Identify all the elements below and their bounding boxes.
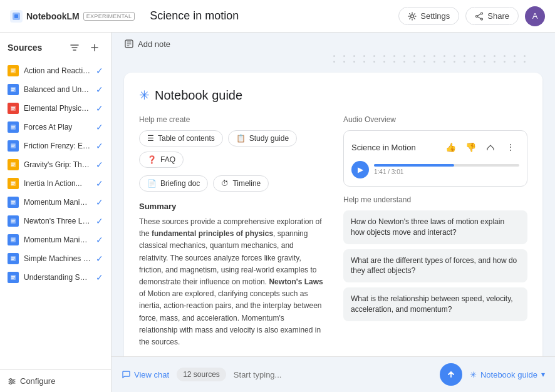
- main-layout: Sources Action and Reaction ✓: [0, 33, 555, 392]
- source-name: Elemental Physics, Third...: [24, 104, 91, 113]
- audio-controls-row: ▶ 1:41 / 3:01: [351, 161, 519, 178]
- sources-count-badge: 12 sources: [177, 368, 226, 381]
- add-note-button[interactable]: Add note: [124, 39, 170, 49]
- avatar[interactable]: A: [525, 6, 545, 26]
- audio-player: Science in Motion 👍 👎 ⋮: [343, 130, 527, 187]
- source-checkbox[interactable]: ✓: [96, 160, 103, 170]
- notebook-guide-card: ✳ Notebook guide Help me create ☰Table o…: [124, 73, 542, 356]
- source-icon: [8, 272, 19, 283]
- questions-container: How do Newton's three laws of motion exp…: [343, 210, 527, 321]
- dot-pattern: [124, 55, 542, 63]
- action-chip[interactable]: ⏱Timeline: [213, 175, 269, 192]
- dot: [524, 61, 526, 63]
- action-chip[interactable]: 📋Study guide: [228, 130, 297, 147]
- dot: [403, 55, 405, 57]
- chat-input[interactable]: [234, 370, 432, 379]
- dot: [363, 61, 365, 63]
- source-item[interactable]: Action and Reaction ✓: [3, 61, 108, 80]
- dot: [423, 61, 425, 63]
- source-checkbox[interactable]: ✓: [96, 272, 103, 282]
- configure-button[interactable]: Configure: [8, 376, 103, 386]
- source-item[interactable]: Balanced and Unbalance... ✓: [3, 80, 108, 99]
- source-name: Momentum Mania: Inves...: [24, 198, 91, 207]
- dot: [514, 61, 516, 63]
- source-item[interactable]: Simple Machines Make... ✓: [3, 249, 108, 268]
- dot: [413, 55, 415, 57]
- source-icon: [8, 84, 19, 95]
- summary-text: These sources provide a comprehensive ex…: [139, 216, 323, 348]
- source-item[interactable]: Inertia In Action... ✓: [3, 174, 108, 193]
- play-button[interactable]: ▶: [351, 161, 369, 178]
- add-note-label: Add note: [138, 39, 170, 49]
- dot: [393, 55, 395, 57]
- action-chip[interactable]: ❓FAQ: [139, 152, 184, 168]
- source-item[interactable]: Momentum Mania: Inves... ✓: [3, 230, 108, 249]
- source-icon: [8, 178, 19, 189]
- source-name: Simple Machines Make...: [24, 254, 91, 263]
- source-checkbox[interactable]: ✓: [96, 178, 103, 188]
- dot: [373, 61, 375, 63]
- source-checkbox[interactable]: ✓: [96, 216, 103, 226]
- bottom-bar: View chat 12 sources ✳ Notebook guide ▾: [112, 356, 555, 392]
- source-checkbox[interactable]: ✓: [96, 254, 103, 264]
- dot: [373, 55, 375, 57]
- card-right: Audio Overview Science in Motion 👍 👎: [343, 115, 527, 348]
- share-audio-button[interactable]: [482, 138, 499, 156]
- action-chip[interactable]: ☰Table of contents: [139, 130, 223, 147]
- dot: [353, 61, 355, 63]
- add-source-button[interactable]: [86, 39, 103, 56]
- content-area: Add note ✳ Notebook guide Help me create…: [112, 33, 555, 392]
- source-item[interactable]: Friction Frenzy: Explorin... ✓: [3, 137, 108, 155]
- action-chip[interactable]: 📄Briefing doc: [139, 175, 208, 192]
- settings-button[interactable]: Settings: [398, 7, 459, 25]
- source-item[interactable]: Gravity's Grip: The Force... ✓: [3, 155, 108, 174]
- chip-label: FAQ: [160, 155, 175, 164]
- source-item[interactable]: Forces At Play ✓: [3, 118, 108, 137]
- source-checkbox[interactable]: ✓: [96, 85, 103, 95]
- dot: [433, 61, 435, 63]
- source-name: Understanding Speed, Ve...: [24, 273, 91, 282]
- card-title-row: ✳ Notebook guide: [139, 88, 527, 103]
- question-chip[interactable]: How do Newton's three laws of motion exp…: [343, 210, 527, 244]
- dot: [333, 61, 335, 63]
- source-checkbox[interactable]: ✓: [96, 122, 103, 132]
- content-main: ✳ Notebook guide Help me create ☰Table o…: [112, 55, 555, 356]
- gear-icon: [408, 12, 417, 21]
- filter-button[interactable]: [66, 39, 83, 56]
- view-chat-label: View chat: [134, 370, 169, 379]
- more-options-button[interactable]: ⋮: [502, 138, 519, 156]
- topbar: NotebookLM EXPERIMENTAL Science in motio…: [0, 0, 555, 33]
- add-icon: [90, 43, 100, 53]
- chevron-down-icon: ▾: [541, 370, 545, 379]
- thumbs-up-button[interactable]: 👍: [442, 138, 459, 156]
- dot: [343, 55, 345, 57]
- source-icon: [8, 65, 19, 76]
- source-checkbox[interactable]: ✓: [96, 235, 103, 245]
- send-button[interactable]: [440, 363, 462, 386]
- source-checkbox[interactable]: ✓: [96, 66, 103, 76]
- source-item[interactable]: Newton's Three Laws... ✓: [3, 212, 108, 230]
- question-chip[interactable]: What is the relationship between speed, …: [343, 287, 527, 321]
- thumbs-down-button[interactable]: 👎: [462, 138, 479, 156]
- source-name: Momentum Mania: Inves...: [24, 235, 91, 244]
- dot: [443, 61, 445, 63]
- svg-rect-2: [14, 14, 18, 18]
- dot: [504, 55, 506, 57]
- notebook-guide-tab[interactable]: ✳ Notebook guide ▾: [470, 370, 545, 379]
- share-button[interactable]: Share: [465, 7, 519, 25]
- source-item[interactable]: Momentum Mania: Inves... ✓: [3, 193, 108, 212]
- source-item[interactable]: Understanding Speed, Ve... ✓: [3, 268, 108, 287]
- source-item[interactable]: Elemental Physics, Third... ✓: [3, 99, 108, 118]
- chip-icon: ⏱: [221, 179, 229, 188]
- source-checkbox[interactable]: ✓: [96, 197, 103, 207]
- chip-icon: ☰: [147, 134, 154, 143]
- source-checkbox[interactable]: ✓: [96, 103, 103, 113]
- question-chip[interactable]: What are the different types of forces, …: [343, 249, 527, 283]
- view-chat-button[interactable]: View chat: [122, 370, 169, 379]
- note-icon: [124, 39, 134, 49]
- spark-icon: ✳: [139, 88, 150, 103]
- settings-label: Settings: [420, 11, 450, 21]
- source-checkbox[interactable]: ✓: [96, 141, 103, 151]
- dot: [393, 61, 395, 63]
- content-toolbar: Add note: [112, 33, 555, 55]
